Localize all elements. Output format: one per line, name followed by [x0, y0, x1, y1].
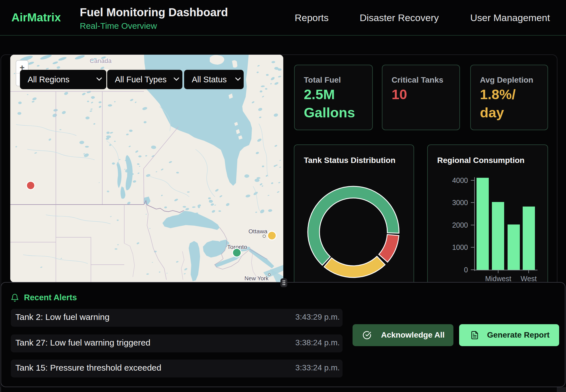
- svg-text:New York: New York: [245, 275, 269, 281]
- svg-text:Canada: Canada: [89, 57, 112, 64]
- svg-text:Ottawa: Ottawa: [249, 228, 268, 234]
